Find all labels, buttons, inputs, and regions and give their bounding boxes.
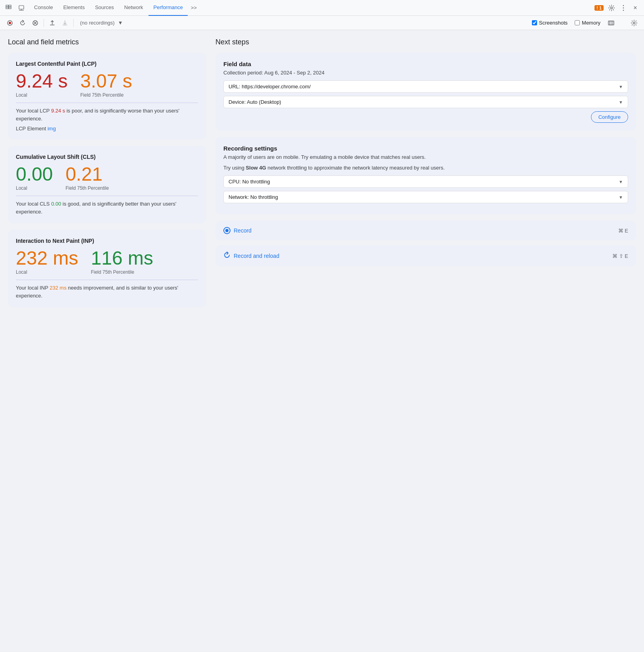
reload-button[interactable] (17, 18, 28, 28)
svg-point-10 (623, 10, 624, 11)
tab-elements[interactable]: Elements (59, 0, 90, 16)
close-icon[interactable]: × (630, 2, 641, 13)
cls-divider (16, 196, 198, 196)
record-circle-icon (223, 227, 231, 234)
inp-field-label: Field 75th Percentile (91, 269, 153, 275)
lcp-element: LCP Element img (16, 126, 198, 132)
notification-badge[interactable]: ! 1 (594, 5, 604, 11)
field-data-card: Field data Collection period: Aug 6, 202… (215, 53, 636, 131)
screenshots-checkbox[interactable] (532, 20, 537, 25)
cls-description: Your local CLS 0.00 is good, and is sign… (16, 200, 198, 215)
cls-card: Cumulative Layout Shift (CLS) 0.00 Local… (8, 146, 206, 223)
record-reload-action-card[interactable]: Record and reload ⌘ ⇧ E (215, 245, 636, 267)
next-steps-title: Next steps (215, 38, 636, 46)
field-data-title: Field data (223, 61, 628, 67)
url-dropdown[interactable]: URL: https://developer.chrome.com/ ▼ (223, 80, 628, 93)
cls-field-group: 0.21 Field 75th Percentile (65, 165, 109, 191)
cls-values: 0.00 Local 0.21 Field 75th Percentile (16, 165, 198, 191)
recording-toolbar: (no recordings) ▼ Screenshots Memory (0, 16, 644, 30)
record-shortcut: ⌘ E (618, 228, 628, 234)
recording-settings-desc1: A majority of users are on mobile. Try e… (223, 154, 628, 160)
inp-title: Interaction to Next Paint (INP) (16, 238, 198, 244)
clear-button[interactable] (30, 18, 40, 28)
lcp-field-group: 3.07 s Field 75th Percentile (80, 72, 132, 98)
inp-card: Interaction to Next Paint (INP) 232 ms L… (8, 230, 206, 307)
record-circle-inner (225, 229, 229, 232)
cpu-dropdown-arrow: ▼ (619, 179, 623, 184)
record-start-button[interactable] (5, 18, 15, 28)
svg-point-9 (623, 7, 624, 8)
svg-point-7 (611, 7, 613, 9)
url-dropdown-arrow: ▼ (619, 84, 623, 89)
network-throttle-dropdown[interactable]: Network: No throttling ▼ (223, 191, 628, 203)
network-dropdown-arrow: ▼ (619, 195, 623, 200)
more-options-icon[interactable] (618, 2, 629, 13)
record-reload-action-label: Record and reload (223, 252, 279, 260)
cls-local-group: 0.00 Local (16, 165, 53, 191)
inp-values: 232 ms Local 116 ms Field 75th Percentil… (16, 249, 198, 275)
svg-rect-4 (19, 6, 24, 9)
device-dropdown[interactable]: Device: Auto (Desktop) ▼ (223, 96, 628, 108)
svg-rect-3 (9, 7, 11, 9)
lcp-title: Largest Contentful Paint (LCP) (16, 61, 198, 67)
upload-button[interactable] (47, 18, 57, 28)
tab-performance[interactable]: Performance (149, 0, 187, 16)
svg-rect-0 (6, 5, 8, 7)
left-panel: Local and field metrics Largest Contentf… (8, 38, 214, 644)
inp-field-group: 116 ms Field 75th Percentile (91, 249, 153, 275)
inspect-icon[interactable] (16, 2, 27, 13)
network-conditions-icon[interactable] (606, 18, 616, 28)
lcp-field-value: 3.07 s (80, 72, 132, 91)
cls-field-label: Field 75th Percentile (65, 185, 109, 191)
device-dropdown-arrow: ▼ (619, 100, 623, 105)
lcp-local-group: 9.24 s Local (16, 72, 68, 98)
screenshots-checkbox-label[interactable]: Screenshots (532, 20, 568, 26)
record-action-card[interactable]: Record ⌘ E (215, 221, 636, 240)
lcp-divider (16, 103, 198, 103)
record-reload-shortcut: ⌘ ⇧ E (612, 253, 628, 259)
inp-field-value: 116 ms (91, 249, 153, 268)
tab-network[interactable]: Network (120, 0, 148, 16)
recordings-dropdown[interactable]: (no recordings) ▼ (77, 19, 126, 27)
devtools-toolbar: Console Elements Sources Network Perform… (0, 0, 644, 16)
lcp-card: Largest Contentful Paint (LCP) 9.24 s Lo… (8, 53, 206, 139)
lcp-element-tag[interactable]: img (48, 126, 56, 132)
toolbar-separator-1 (44, 19, 44, 27)
performance-settings-icon[interactable] (629, 18, 639, 28)
configure-button[interactable]: Configure (591, 111, 628, 123)
lcp-local-label: Local (16, 92, 68, 98)
toolbar-separator-2 (73, 19, 74, 27)
svg-rect-2 (6, 7, 8, 9)
inp-local-label: Local (16, 269, 78, 275)
recording-settings-card: Recording settings A majority of users a… (215, 137, 636, 214)
memory-checkbox-label[interactable]: Memory (575, 20, 600, 26)
recording-settings-title: Recording settings (223, 145, 628, 152)
lcp-values: 9.24 s Local 3.07 s Field 75th Percentil… (16, 72, 198, 98)
right-panel: Next steps Field data Collection period:… (214, 38, 636, 644)
lcp-local-value: 9.24 s (16, 72, 68, 91)
devtools-logo-group (3, 2, 27, 13)
svg-point-12 (9, 22, 11, 24)
tab-sources[interactable]: Sources (90, 0, 119, 16)
lcp-description: Your local LCP 9.24 s is poor, and is si… (16, 107, 198, 122)
record-action-label: Record (223, 227, 252, 234)
lcp-field-label: Field 75th Percentile (80, 92, 132, 98)
inp-divider (16, 280, 198, 280)
svg-rect-1 (9, 5, 11, 7)
inp-local-group: 232 ms Local (16, 249, 78, 275)
cls-local-value: 0.00 (16, 165, 53, 184)
cursor-icon[interactable] (3, 2, 14, 13)
download-button[interactable] (60, 18, 70, 28)
cls-field-value: 0.21 (65, 165, 109, 184)
inp-local-value: 232 ms (16, 249, 78, 268)
settings-icon[interactable] (606, 2, 617, 13)
memory-checkbox[interactable] (575, 20, 580, 25)
field-data-subtitle: Collection period: Aug 6, 2024 - Sep 2, … (223, 70, 628, 76)
cls-local-label: Local (16, 185, 53, 191)
more-tabs-button[interactable]: >> (189, 0, 199, 16)
cls-title: Cumulative Layout Shift (CLS) (16, 154, 198, 160)
inp-description: Your local INP 232 ms needs improvement,… (16, 284, 198, 299)
tab-console[interactable]: Console (29, 0, 58, 16)
cpu-throttle-dropdown[interactable]: CPU: No throttling ▼ (223, 175, 628, 188)
main-content: Local and field metrics Largest Contentf… (0, 30, 644, 652)
